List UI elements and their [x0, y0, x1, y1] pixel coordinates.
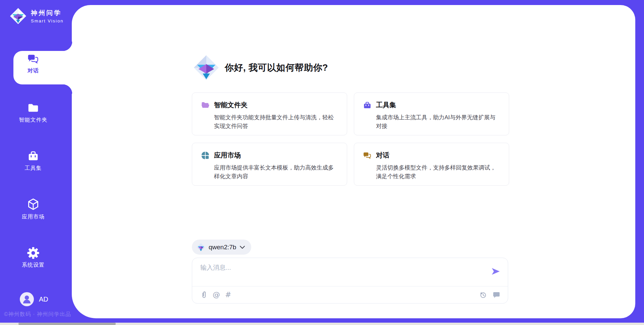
chat-icon [363, 151, 372, 160]
card-chat[interactable]: 对话 灵活切换多模型文件，支持多样回复效果调试，满足个性化需求 [354, 143, 509, 186]
main-content-panel: 你好, 我可以如何帮助你? 智能文件夹 智能文件夹功能支持批量文件上传与清洗，轻… [72, 5, 635, 318]
sidebar-item-settings[interactable]: 系统设置 [0, 247, 66, 269]
scrollbar-thumb[interactable] [18, 323, 116, 325]
brand-name: 神州问学 [31, 9, 63, 17]
sidebar-item-app-market[interactable]: 应用市场 [0, 198, 66, 220]
card-title: 应用市场 [214, 151, 241, 160]
card-title: 工具集 [376, 101, 396, 110]
brand-subtitle: Smart Vision [31, 18, 63, 23]
sidebar-item-label: 对话 [28, 67, 39, 74]
grid-icon [201, 151, 210, 160]
composer-divider [192, 286, 508, 286]
send-icon [491, 267, 500, 276]
horizontal-scrollbar[interactable] [0, 323, 644, 325]
hashtag-icon: # [225, 291, 231, 299]
sidebar-item-label: 工具集 [25, 165, 42, 172]
brand-diamond-logo-icon [9, 7, 27, 25]
sidebar-item-label: 系统设置 [22, 262, 45, 269]
chat-icon [27, 53, 39, 65]
card-description: 灵活切换多模型文件，支持多样回复效果调试，满足个性化需求 [376, 164, 500, 181]
copyright-text: ©神州数码 · 神州问学出品 [4, 311, 71, 318]
toolbox-icon [363, 101, 372, 110]
model-name: qwen2:7b [209, 244, 236, 251]
card-title: 对话 [376, 151, 389, 160]
open-folder-icon [201, 101, 210, 110]
sidebar-item-label: 智能文件夹 [19, 117, 48, 124]
sidebar-item-toolset[interactable]: 工具集 [0, 150, 66, 172]
sidebar-item-smart-folder[interactable]: 智能文件夹 [0, 102, 66, 124]
mention-icon: @ [213, 291, 220, 299]
send-button[interactable] [491, 267, 500, 276]
gear-icon [27, 247, 40, 259]
history-button[interactable] [479, 291, 487, 299]
chevron-down-icon [239, 245, 245, 249]
card-description: 智能文件夹功能支持批量文件上传与清洗，轻松实现文件问答 [214, 113, 338, 130]
user-name: AD [39, 296, 48, 303]
feature-cards: 智能文件夹 智能文件夹功能支持批量文件上传与清洗，轻松实现文件问答 工具集 集成… [192, 92, 510, 186]
card-description: 应用市场提供丰富长文本模板，助力高效生成多样化文章内容 [214, 164, 338, 181]
card-title: 智能文件夹 [214, 101, 248, 110]
chat-bubble-button[interactable] [492, 291, 500, 299]
avatar [20, 292, 34, 306]
greeting: 你好, 我可以如何帮助你? [193, 55, 328, 81]
message-input[interactable] [200, 263, 484, 283]
user-account[interactable]: AD [20, 292, 48, 306]
sidebar-item-label: 应用市场 [22, 213, 45, 220]
history-clock-icon [479, 291, 487, 299]
sidebar-item-chat[interactable]: 对话 [0, 53, 66, 74]
model-diamond-logo-icon [197, 243, 205, 252]
greeting-diamond-logo-icon [193, 55, 219, 81]
folder-icon [27, 102, 40, 114]
card-description: 集成市场上主流工具，助力AI与外界无缝扩展与对接 [376, 113, 500, 130]
brand: 神州问学 Smart Vision [9, 7, 63, 25]
chat-bubble-icon [492, 291, 500, 299]
mention-button[interactable]: @ [213, 291, 220, 299]
cube-icon [26, 198, 40, 211]
toolbox-icon [27, 150, 40, 162]
model-selector[interactable]: qwen2:7b [192, 240, 251, 255]
attachment-button[interactable] [200, 291, 208, 299]
greeting-text: 你好, 我可以如何帮助你? [225, 62, 328, 74]
hashtag-button[interactable]: # [225, 291, 231, 299]
sidebar: 神州问学 Smart Vision 对话 智能文件夹 [0, 0, 72, 325]
paperclip-icon [200, 291, 208, 299]
card-toolset[interactable]: 工具集 集成市场上主流工具，助力AI与外界无缝扩展与对接 [354, 92, 509, 135]
card-smart-folder[interactable]: 智能文件夹 智能文件夹功能支持批量文件上传与清洗，轻松实现文件问答 [192, 92, 347, 135]
message-composer: @ # [192, 258, 508, 304]
card-app-market[interactable]: 应用市场 应用市场提供丰富长文本模板，助力高效生成多样化文章内容 [192, 143, 347, 186]
